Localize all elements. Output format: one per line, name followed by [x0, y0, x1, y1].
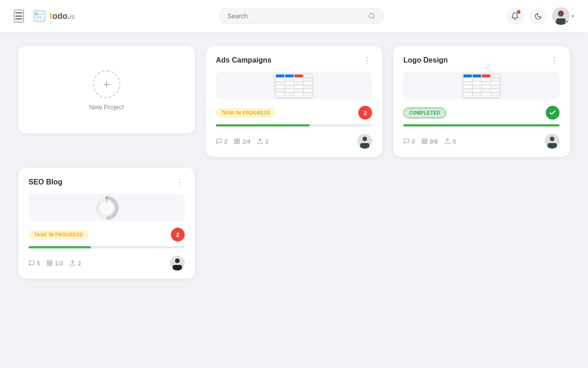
project-preview: [216, 72, 372, 99]
comment-icon: [216, 138, 222, 144]
task-count-badge: 2: [358, 106, 372, 120]
header: ☰ todo.is: [0, 0, 588, 32]
seo-chart-preview: [93, 195, 120, 220]
svg-rect-37: [50, 264, 52, 265]
search-bar: [219, 8, 384, 24]
project-preview: [403, 72, 560, 99]
assignee-person-icon: [545, 134, 560, 149]
card-header: Ads Campaigns ⋮: [216, 56, 372, 64]
comments-count: 0: [412, 138, 415, 145]
comments-count: 2: [224, 138, 227, 145]
status-badge: COMPLETED: [403, 108, 446, 118]
logo-text: todo.is: [50, 12, 75, 21]
svg-rect-20: [360, 143, 369, 149]
uploads-count: 2: [265, 138, 268, 145]
header-right: ▾: [506, 7, 574, 25]
tasks-count: 8/8: [430, 138, 438, 145]
svg-rect-21: [422, 139, 424, 141]
svg-point-40: [175, 259, 180, 263]
tasks-count: 1/3: [55, 260, 63, 267]
svg-line-7: [373, 17, 374, 19]
card-stats: 2 2/4 2: [216, 138, 269, 145]
notifications-button[interactable]: [506, 7, 524, 25]
seo-blog-card[interactable]: SEO Blog ⋮ TASK IN PROGRESS 2: [18, 168, 195, 279]
theme-toggle-button[interactable]: [529, 7, 547, 25]
project-title: Logo Design: [403, 56, 448, 64]
header-left: ☰ todo.is: [14, 8, 96, 24]
svg-point-31: [102, 203, 111, 213]
logo-design-card[interactable]: Logo Design ⋮: [393, 46, 570, 157]
search-icon: [368, 12, 375, 20]
user-avatar-button[interactable]: ▾: [552, 7, 574, 25]
menu-button[interactable]: ☰: [14, 10, 24, 23]
header-center: [106, 8, 497, 24]
svg-rect-35: [50, 261, 52, 263]
comment-icon: [28, 260, 35, 266]
progress-fill: [403, 124, 560, 126]
svg-point-27: [550, 137, 554, 141]
project-title: SEO Blog: [28, 178, 62, 186]
svg-rect-41: [173, 265, 182, 270]
spreadsheet-preview: [463, 74, 500, 97]
completed-icon: [546, 106, 560, 120]
svg-rect-36: [47, 264, 49, 265]
comment-icon: [403, 138, 410, 144]
chevron-down-icon: ▾: [571, 13, 574, 19]
progress-bar: [403, 124, 560, 126]
status-badge: TASK IN PROGRESS: [28, 230, 89, 240]
notification-dot: [517, 10, 520, 14]
card-header: Logo Design ⋮: [403, 56, 560, 64]
tasks-count: 2/4: [242, 138, 250, 145]
svg-rect-14: [237, 139, 239, 141]
card-footer: 2 2/4 2: [216, 134, 372, 149]
tasks-stat: 2/4: [234, 138, 250, 145]
add-project-icon: +: [93, 70, 120, 98]
uploads-stat: 0: [444, 138, 456, 145]
tasks-icon: [46, 260, 53, 266]
more-options-button[interactable]: ⋮: [549, 56, 560, 64]
more-options-button[interactable]: ⋮: [362, 56, 372, 64]
avatar: [552, 7, 570, 25]
status-row: COMPLETED: [403, 106, 560, 120]
progress-bar: [216, 124, 372, 126]
checkmark-icon: [549, 109, 556, 116]
spreadsheet-preview: [276, 74, 312, 97]
status-badge: TASK IN PROGRESS: [216, 108, 276, 118]
status-row: TASK IN PROGRESS 2: [28, 228, 185, 242]
project-preview: [28, 194, 185, 221]
assignee-avatar: [357, 134, 372, 149]
uploads-count: 0: [452, 138, 456, 145]
upload-icon: [69, 260, 76, 266]
status-row: TASK IN PROGRESS 2: [216, 106, 372, 120]
main-content: + New Project Ads Campaigns ⋮: [0, 32, 588, 293]
card-stats: 5 1/3 2: [28, 260, 81, 267]
upload-icon: [444, 138, 451, 144]
more-options-button[interactable]: ⋮: [175, 178, 185, 186]
moon-icon: [534, 12, 542, 20]
tasks-stat: 8/8: [421, 138, 438, 145]
logo: todo.is: [31, 8, 75, 24]
svg-rect-12: [556, 18, 565, 25]
progress-bar: [28, 246, 185, 248]
card-footer: 0 8/8 0: [403, 134, 560, 149]
svg-rect-16: [237, 142, 239, 144]
ads-campaigns-card[interactable]: Ads Campaigns ⋮: [206, 46, 382, 157]
svg-rect-13: [235, 139, 237, 141]
uploads-stat: 2: [69, 260, 81, 267]
new-project-card[interactable]: + New Project: [18, 46, 195, 133]
online-indicator: [565, 20, 569, 24]
svg-rect-22: [425, 139, 427, 141]
comments-count: 5: [37, 260, 40, 267]
assignee-avatar: [545, 134, 560, 149]
progress-fill: [28, 246, 91, 248]
upload-icon: [257, 138, 263, 144]
card-header: SEO Blog ⋮: [28, 178, 185, 186]
uploads-count: 2: [78, 260, 81, 267]
card-stats: 0 8/8 0: [403, 138, 456, 145]
search-input[interactable]: [227, 12, 363, 20]
tasks-icon: [421, 138, 428, 144]
tasks-icon: [234, 138, 240, 144]
svg-point-19: [362, 137, 367, 141]
svg-rect-24: [425, 142, 427, 144]
comments-stat: 2: [216, 138, 227, 145]
